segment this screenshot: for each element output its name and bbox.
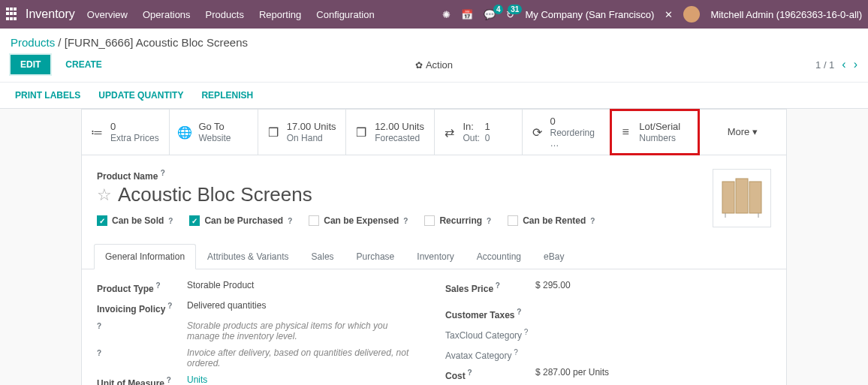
cubes-icon: ❒ — [266, 125, 281, 140]
form-sheet: ≔0Extra Prices 🌐Go ToWebsite ❒17.00 Unit… — [81, 109, 787, 385]
stat-more[interactable]: More ▾ — [699, 110, 786, 155]
list-icon: ≔ — [89, 125, 104, 140]
product-name: Acoustic Bloc Screens — [118, 183, 312, 206]
invoicing-policy-value: Delivered quantities — [187, 300, 423, 311]
tools-icon[interactable]: ✕ — [665, 9, 673, 20]
chk-can-be-rented[interactable]: Can be Rented? — [508, 215, 595, 226]
calendar-icon[interactable]: 📅 — [461, 9, 473, 20]
pager-prev[interactable]: ‹ — [842, 58, 845, 71]
print-labels-button[interactable]: PRINT LABELS — [15, 90, 80, 101]
top-menu: Overview Operations Products Reporting C… — [87, 9, 375, 20]
stat-forecasted[interactable]: ❒12.00 UnitsForecasted — [346, 110, 434, 155]
stat-on-hand[interactable]: ❒17.00 UnitsOn Hand — [258, 110, 346, 155]
topbar-right: ✺ 📅 💬4 ↻31 My Company (San Francisco) ✕ … — [442, 6, 862, 23]
pager: 1 / 1 ‹ › — [815, 58, 857, 71]
update-quantity-button[interactable]: UPDATE QUANTITY — [98, 90, 183, 101]
breadcrumb-row: Products / [FURN_6666] Acoustic Bloc Scr… — [0, 29, 868, 52]
stat-extra-prices[interactable]: ≔0Extra Prices — [82, 110, 170, 155]
apps-icon[interactable] — [6, 8, 20, 21]
cubes-icon: ❒ — [354, 125, 369, 140]
crumb-parent[interactable]: Products — [11, 36, 55, 49]
topbar: Inventory Overview Operations Products R… — [0, 0, 868, 29]
chk-can-be-purchased[interactable]: ✓Can be Purchased? — [189, 215, 292, 226]
user-name[interactable]: Mitchell Admin (19626363-16-0-all) — [710, 9, 862, 20]
stat-reordering[interactable]: ⟳0Reordering … — [523, 110, 610, 155]
chk-can-be-sold[interactable]: ✓Can be Sold? — [97, 215, 173, 226]
form-header: Product Name ? ☆ Acoustic Bloc Screens ✓… — [82, 155, 786, 232]
form-body: Product Type ?Storable Product Invoicing… — [82, 269, 786, 385]
module-name[interactable]: Inventory — [26, 8, 75, 21]
tab-accounting[interactable]: Accounting — [466, 244, 532, 269]
product-options: ✓Can be Sold? ✓Can be Purchased? Can be … — [97, 215, 698, 226]
tab-ebay[interactable]: eBay — [532, 244, 575, 269]
invoicing-description: Invoice after delivery, based on quantit… — [187, 347, 423, 368]
product-image[interactable] — [713, 169, 771, 227]
stat-buttons: ≔0Extra Prices 🌐Go ToWebsite ❒17.00 Unit… — [82, 110, 786, 155]
pager-pos: 1 / 1 — [815, 59, 834, 71]
crumb-current: [FURN_6666] Acoustic Bloc Screens — [65, 36, 248, 49]
stat-website[interactable]: 🌐Go ToWebsite — [170, 110, 258, 155]
svg-rect-2 — [749, 182, 761, 213]
transfer-icon: ⇄ — [442, 125, 457, 140]
form-col-left: Product Type ?Storable Product Invoicing… — [97, 280, 423, 385]
svg-rect-1 — [736, 179, 748, 213]
stat-lot-serial[interactable]: ≡Lot/SerialNumbers — [610, 110, 698, 155]
chk-can-be-expensed[interactable]: Can be Expensed? — [309, 215, 408, 226]
avatar[interactable] — [683, 6, 700, 23]
msg-badge: 4 — [493, 5, 504, 14]
type-description: Storable products are physical items for… — [187, 320, 423, 341]
favorite-star-icon[interactable]: ☆ — [97, 185, 112, 205]
sheet-wrap: ≔0Extra Prices 🌐Go ToWebsite ❒17.00 Unit… — [0, 108, 868, 385]
svg-rect-0 — [722, 182, 734, 213]
edit-button[interactable]: EDIT — [11, 55, 50, 74]
breadcrumb: Products / [FURN_6666] Acoustic Bloc Scr… — [11, 36, 248, 49]
list-icon: ≡ — [618, 125, 633, 139]
sales-price-value: $ 295.00 — [535, 280, 771, 290]
action-dropdown[interactable]: Action — [415, 59, 453, 71]
tab-general-information[interactable]: General Information — [94, 244, 196, 269]
tabs: General Information Attributes & Variant… — [82, 244, 786, 269]
form-col-right: Sales Price ?$ 295.00 Customer Taxes ? T… — [445, 280, 771, 385]
globe-icon: 🌐 — [177, 125, 192, 140]
chk-recurring[interactable]: Recurring? — [424, 215, 491, 226]
subactions: PRINT LABELS UPDATE QUANTITY REPLENISH — [0, 83, 868, 108]
cost-value: $ 287.00 per Units — [535, 367, 771, 377]
uom-value[interactable]: Units — [187, 374, 423, 385]
create-button[interactable]: CREATE — [56, 56, 110, 74]
replenish-button[interactable]: REPLENISH — [201, 90, 253, 101]
tab-sales[interactable]: Sales — [300, 244, 345, 269]
activity-icon[interactable]: ↻31 — [506, 9, 514, 20]
pager-next[interactable]: › — [854, 58, 857, 71]
product-type-value: Storable Product — [187, 280, 423, 290]
menu-operations[interactable]: Operations — [143, 9, 191, 20]
menu-products[interactable]: Products — [206, 9, 244, 20]
refresh-icon: ⟳ — [530, 125, 544, 140]
menu-reporting[interactable]: Reporting — [259, 9, 301, 20]
product-title: ☆ Acoustic Bloc Screens — [97, 183, 698, 206]
messages-icon[interactable]: 💬4 — [484, 9, 496, 20]
control-bar: EDIT CREATE Action 1 / 1 ‹ › — [0, 52, 868, 83]
product-name-label: Product Name ? — [97, 171, 165, 182]
tab-purchase[interactable]: Purchase — [345, 244, 406, 269]
company-switcher[interactable]: My Company (San Francisco) — [525, 9, 654, 20]
menu-configuration[interactable]: Configuration — [316, 9, 374, 20]
tab-inventory[interactable]: Inventory — [405, 244, 465, 269]
activity-badge: 31 — [508, 5, 522, 14]
menu-overview[interactable]: Overview — [87, 9, 128, 20]
sparkle-icon[interactable]: ✺ — [442, 9, 451, 20]
stat-in-out[interactable]: ⇄In: 1Out: 0 — [435, 110, 523, 155]
tab-attributes-variants[interactable]: Attributes & Variants — [196, 244, 300, 269]
